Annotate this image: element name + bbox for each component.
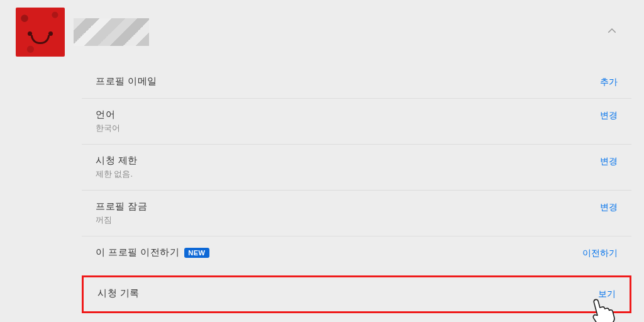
row-title: 시청 기록 bbox=[97, 287, 140, 299]
row-subtitle: 한국어 bbox=[96, 123, 120, 134]
row-maturity-rating: 시청 제한 제한 없음. 변경 bbox=[82, 144, 631, 190]
row-profile-lock: 프로필 잠금 꺼짐 변경 bbox=[82, 190, 631, 236]
change-link[interactable]: 변경 bbox=[600, 109, 618, 121]
row-language: 언어 한국어 변경 bbox=[82, 98, 631, 144]
row-profile-email: 프로필 이메일 추가 bbox=[82, 65, 631, 98]
row-title: 언어 bbox=[96, 109, 120, 121]
row-title-text: 이 프로필 이전하기 bbox=[96, 247, 179, 258]
change-link[interactable]: 변경 bbox=[600, 155, 618, 167]
row-subtitle: 제한 없음. bbox=[96, 169, 138, 180]
profile-header bbox=[13, 3, 631, 65]
chevron-up-icon[interactable] bbox=[606, 25, 618, 36]
profile-avatar[interactable] bbox=[16, 8, 65, 57]
pointing-hand-icon bbox=[582, 294, 619, 322]
row-title: 프로필 이메일 bbox=[96, 75, 157, 87]
add-link[interactable]: 추가 bbox=[600, 75, 618, 88]
row-viewing-activity-highlighted: 시청 기록 보기 bbox=[82, 275, 631, 313]
change-link[interactable]: 변경 bbox=[600, 201, 618, 213]
profile-name-redacted bbox=[74, 18, 149, 46]
settings-list: 프로필 이메일 추가 언어 한국어 변경 시청 제한 제한 없음. 변경 프로필… bbox=[82, 65, 631, 313]
transfer-link[interactable]: 이전하기 bbox=[582, 247, 618, 259]
row-title: 프로필 잠금 bbox=[96, 201, 147, 213]
row-title: 시청 제한 bbox=[96, 155, 138, 167]
row-title: 이 프로필 이전하기 NEW bbox=[96, 247, 209, 258]
row-transfer-profile: 이 프로필 이전하기 NEW 이전하기 bbox=[82, 236, 631, 269]
row-subtitle: 꺼짐 bbox=[96, 215, 147, 226]
new-badge: NEW bbox=[184, 248, 209, 258]
